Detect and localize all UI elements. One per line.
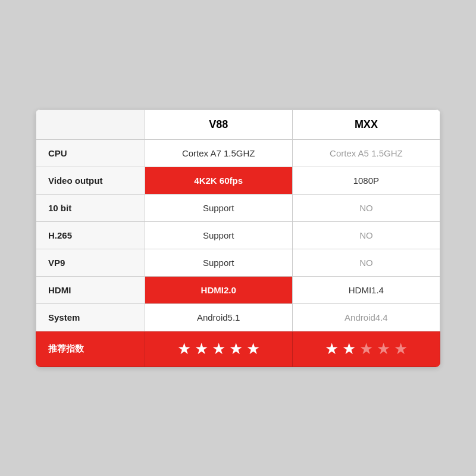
feature-cell: 10 bit xyxy=(36,194,145,221)
feature-cell: CPU xyxy=(36,139,145,167)
mxx-cell: NO xyxy=(292,194,440,221)
mxx-cell: Android4.4 xyxy=(292,303,440,331)
table-row: H.265SupportNO xyxy=(36,221,440,249)
comparison-table: V88 MXX CPUCortex A7 1.5GHZCortex A5 1.5… xyxy=(36,109,440,367)
v88-cell: 4K2K 60fps xyxy=(145,167,292,194)
rating-label: 推荐指数 xyxy=(36,331,145,367)
mxx-cell: NO xyxy=(292,249,440,276)
table-row: Video output4K2K 60fps1080P xyxy=(36,167,440,194)
comparison-card: V88 MXX CPUCortex A7 1.5GHZCortex A5 1.5… xyxy=(36,109,440,367)
mxx-cell: NO xyxy=(292,221,440,249)
header-feature xyxy=(36,109,145,139)
feature-cell: HDMI xyxy=(36,276,145,303)
feature-cell: System xyxy=(36,303,145,331)
table-row: HDMIHDMI2.0HDMI1.4 xyxy=(36,276,440,303)
v88-cell: Support xyxy=(145,221,292,249)
mxx-stars: ★★★★★ xyxy=(292,331,440,367)
feature-cell: Video output xyxy=(36,167,145,194)
table-row: VP9SupportNO xyxy=(36,249,440,276)
header-mxx: MXX xyxy=(292,109,440,139)
header-v88: V88 xyxy=(145,109,292,139)
v88-cell: HDMI2.0 xyxy=(145,276,292,303)
table-row: SystemAndroid5.1Android4.4 xyxy=(36,303,440,331)
v88-stars: ★★★★★ xyxy=(145,331,292,367)
v88-cell: Support xyxy=(145,194,292,221)
rating-row: 推荐指数★★★★★★★★★★ xyxy=(36,331,440,367)
feature-cell: H.265 xyxy=(36,221,145,249)
table-row: 10 bitSupportNO xyxy=(36,194,440,221)
mxx-cell: 1080P xyxy=(292,167,440,194)
mxx-cell: Cortex A5 1.5GHZ xyxy=(292,139,440,167)
v88-cell: Android5.1 xyxy=(145,303,292,331)
mxx-cell: HDMI1.4 xyxy=(292,276,440,303)
table-row: CPUCortex A7 1.5GHZCortex A5 1.5GHZ xyxy=(36,139,440,167)
v88-cell: Support xyxy=(145,249,292,276)
v88-cell: Cortex A7 1.5GHZ xyxy=(145,139,292,167)
feature-cell: VP9 xyxy=(36,249,145,276)
